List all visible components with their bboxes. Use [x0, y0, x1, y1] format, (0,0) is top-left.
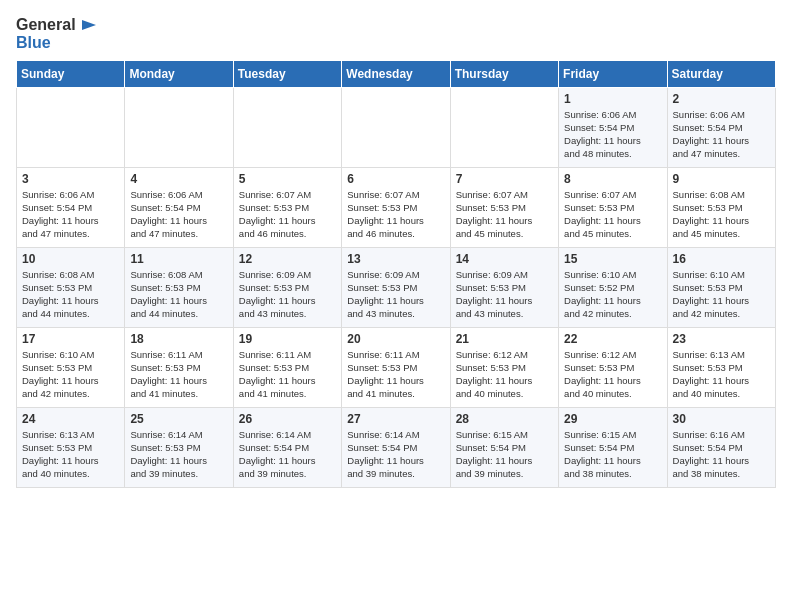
day-number: 21 — [456, 332, 553, 346]
day-number: 1 — [564, 92, 661, 106]
calendar-table: SundayMondayTuesdayWednesdayThursdayFrid… — [16, 60, 776, 488]
calendar-cell: 10Sunrise: 6:08 AM Sunset: 5:53 PM Dayli… — [17, 247, 125, 327]
day-number: 10 — [22, 252, 119, 266]
day-number: 9 — [673, 172, 770, 186]
logo: General Blue — [16, 16, 96, 52]
day-number: 16 — [673, 252, 770, 266]
calendar-cell: 8Sunrise: 6:07 AM Sunset: 5:53 PM Daylig… — [559, 167, 667, 247]
calendar-cell: 16Sunrise: 6:10 AM Sunset: 5:53 PM Dayli… — [667, 247, 775, 327]
logo-arrow-icon — [78, 16, 96, 34]
day-info: Sunrise: 6:08 AM Sunset: 5:53 PM Dayligh… — [130, 268, 227, 321]
calendar-cell: 28Sunrise: 6:15 AM Sunset: 5:54 PM Dayli… — [450, 407, 558, 487]
day-info: Sunrise: 6:09 AM Sunset: 5:53 PM Dayligh… — [347, 268, 444, 321]
day-number: 4 — [130, 172, 227, 186]
weekday-header-row: SundayMondayTuesdayWednesdayThursdayFrid… — [17, 60, 776, 87]
calendar-cell: 11Sunrise: 6:08 AM Sunset: 5:53 PM Dayli… — [125, 247, 233, 327]
calendar-cell — [233, 87, 341, 167]
calendar-cell: 9Sunrise: 6:08 AM Sunset: 5:53 PM Daylig… — [667, 167, 775, 247]
day-number: 25 — [130, 412, 227, 426]
calendar-cell: 18Sunrise: 6:11 AM Sunset: 5:53 PM Dayli… — [125, 327, 233, 407]
calendar-cell: 21Sunrise: 6:12 AM Sunset: 5:53 PM Dayli… — [450, 327, 558, 407]
calendar-cell: 7Sunrise: 6:07 AM Sunset: 5:53 PM Daylig… — [450, 167, 558, 247]
day-info: Sunrise: 6:16 AM Sunset: 5:54 PM Dayligh… — [673, 428, 770, 481]
calendar-cell: 17Sunrise: 6:10 AM Sunset: 5:53 PM Dayli… — [17, 327, 125, 407]
svg-marker-0 — [82, 20, 96, 30]
logo-general: General — [16, 16, 76, 34]
day-info: Sunrise: 6:09 AM Sunset: 5:53 PM Dayligh… — [239, 268, 336, 321]
calendar-week-row: 24Sunrise: 6:13 AM Sunset: 5:53 PM Dayli… — [17, 407, 776, 487]
calendar-cell: 1Sunrise: 6:06 AM Sunset: 5:54 PM Daylig… — [559, 87, 667, 167]
day-number: 26 — [239, 412, 336, 426]
day-number: 23 — [673, 332, 770, 346]
day-number: 7 — [456, 172, 553, 186]
day-info: Sunrise: 6:15 AM Sunset: 5:54 PM Dayligh… — [564, 428, 661, 481]
day-number: 30 — [673, 412, 770, 426]
day-number: 14 — [456, 252, 553, 266]
day-number: 8 — [564, 172, 661, 186]
day-info: Sunrise: 6:07 AM Sunset: 5:53 PM Dayligh… — [239, 188, 336, 241]
calendar-week-row: 10Sunrise: 6:08 AM Sunset: 5:53 PM Dayli… — [17, 247, 776, 327]
day-info: Sunrise: 6:07 AM Sunset: 5:53 PM Dayligh… — [347, 188, 444, 241]
day-info: Sunrise: 6:15 AM Sunset: 5:54 PM Dayligh… — [456, 428, 553, 481]
logo-blue: Blue — [16, 34, 96, 52]
calendar-cell: 15Sunrise: 6:10 AM Sunset: 5:52 PM Dayli… — [559, 247, 667, 327]
day-number: 29 — [564, 412, 661, 426]
day-info: Sunrise: 6:07 AM Sunset: 5:53 PM Dayligh… — [456, 188, 553, 241]
day-info: Sunrise: 6:10 AM Sunset: 5:53 PM Dayligh… — [673, 268, 770, 321]
calendar-cell: 14Sunrise: 6:09 AM Sunset: 5:53 PM Dayli… — [450, 247, 558, 327]
day-info: Sunrise: 6:11 AM Sunset: 5:53 PM Dayligh… — [130, 348, 227, 401]
day-info: Sunrise: 6:06 AM Sunset: 5:54 PM Dayligh… — [673, 108, 770, 161]
calendar-cell: 29Sunrise: 6:15 AM Sunset: 5:54 PM Dayli… — [559, 407, 667, 487]
day-number: 12 — [239, 252, 336, 266]
day-info: Sunrise: 6:06 AM Sunset: 5:54 PM Dayligh… — [22, 188, 119, 241]
weekday-header: Tuesday — [233, 60, 341, 87]
page-header: General Blue — [16, 16, 776, 52]
weekday-header: Saturday — [667, 60, 775, 87]
day-info: Sunrise: 6:10 AM Sunset: 5:53 PM Dayligh… — [22, 348, 119, 401]
calendar-week-row: 3Sunrise: 6:06 AM Sunset: 5:54 PM Daylig… — [17, 167, 776, 247]
calendar-cell: 27Sunrise: 6:14 AM Sunset: 5:54 PM Dayli… — [342, 407, 450, 487]
calendar-cell: 3Sunrise: 6:06 AM Sunset: 5:54 PM Daylig… — [17, 167, 125, 247]
day-number: 18 — [130, 332, 227, 346]
day-info: Sunrise: 6:10 AM Sunset: 5:52 PM Dayligh… — [564, 268, 661, 321]
weekday-header: Sunday — [17, 60, 125, 87]
day-number: 24 — [22, 412, 119, 426]
calendar-cell: 22Sunrise: 6:12 AM Sunset: 5:53 PM Dayli… — [559, 327, 667, 407]
calendar-cell: 30Sunrise: 6:16 AM Sunset: 5:54 PM Dayli… — [667, 407, 775, 487]
day-info: Sunrise: 6:11 AM Sunset: 5:53 PM Dayligh… — [239, 348, 336, 401]
logo-text: General Blue — [16, 16, 96, 52]
calendar-cell — [450, 87, 558, 167]
day-number: 27 — [347, 412, 444, 426]
day-info: Sunrise: 6:08 AM Sunset: 5:53 PM Dayligh… — [22, 268, 119, 321]
calendar-week-row: 17Sunrise: 6:10 AM Sunset: 5:53 PM Dayli… — [17, 327, 776, 407]
day-info: Sunrise: 6:12 AM Sunset: 5:53 PM Dayligh… — [564, 348, 661, 401]
calendar-cell: 12Sunrise: 6:09 AM Sunset: 5:53 PM Dayli… — [233, 247, 341, 327]
day-info: Sunrise: 6:14 AM Sunset: 5:54 PM Dayligh… — [239, 428, 336, 481]
day-number: 19 — [239, 332, 336, 346]
day-number: 20 — [347, 332, 444, 346]
calendar-cell: 6Sunrise: 6:07 AM Sunset: 5:53 PM Daylig… — [342, 167, 450, 247]
calendar-cell: 2Sunrise: 6:06 AM Sunset: 5:54 PM Daylig… — [667, 87, 775, 167]
calendar-cell: 5Sunrise: 6:07 AM Sunset: 5:53 PM Daylig… — [233, 167, 341, 247]
day-info: Sunrise: 6:06 AM Sunset: 5:54 PM Dayligh… — [564, 108, 661, 161]
day-number: 17 — [22, 332, 119, 346]
day-info: Sunrise: 6:07 AM Sunset: 5:53 PM Dayligh… — [564, 188, 661, 241]
day-info: Sunrise: 6:14 AM Sunset: 5:54 PM Dayligh… — [347, 428, 444, 481]
weekday-header: Wednesday — [342, 60, 450, 87]
day-number: 11 — [130, 252, 227, 266]
calendar-cell: 25Sunrise: 6:14 AM Sunset: 5:53 PM Dayli… — [125, 407, 233, 487]
day-number: 5 — [239, 172, 336, 186]
day-info: Sunrise: 6:11 AM Sunset: 5:53 PM Dayligh… — [347, 348, 444, 401]
calendar-cell: 26Sunrise: 6:14 AM Sunset: 5:54 PM Dayli… — [233, 407, 341, 487]
calendar-cell: 19Sunrise: 6:11 AM Sunset: 5:53 PM Dayli… — [233, 327, 341, 407]
weekday-header: Monday — [125, 60, 233, 87]
day-number: 3 — [22, 172, 119, 186]
day-info: Sunrise: 6:09 AM Sunset: 5:53 PM Dayligh… — [456, 268, 553, 321]
day-number: 6 — [347, 172, 444, 186]
calendar-cell: 20Sunrise: 6:11 AM Sunset: 5:53 PM Dayli… — [342, 327, 450, 407]
weekday-header: Friday — [559, 60, 667, 87]
day-info: Sunrise: 6:13 AM Sunset: 5:53 PM Dayligh… — [673, 348, 770, 401]
calendar-cell: 24Sunrise: 6:13 AM Sunset: 5:53 PM Dayli… — [17, 407, 125, 487]
day-info: Sunrise: 6:12 AM Sunset: 5:53 PM Dayligh… — [456, 348, 553, 401]
calendar-week-row: 1Sunrise: 6:06 AM Sunset: 5:54 PM Daylig… — [17, 87, 776, 167]
